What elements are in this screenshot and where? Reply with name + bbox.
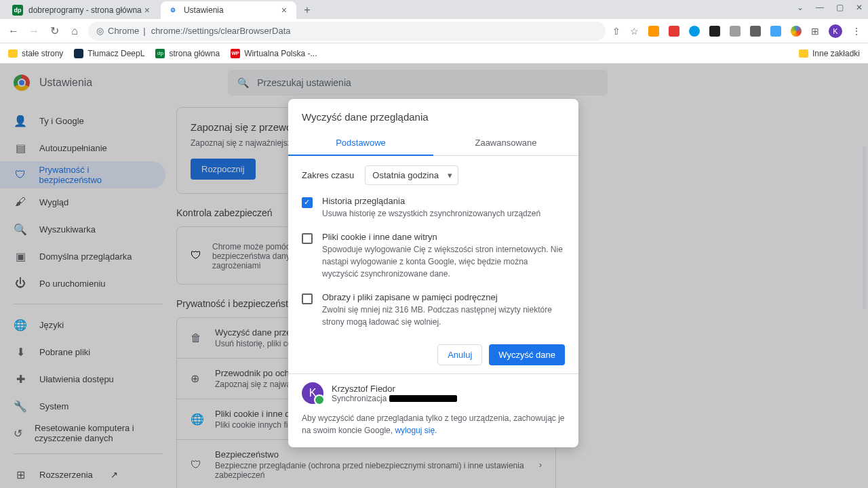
other-bookmarks[interactable]: Inne zakładki — [799, 49, 860, 58]
user-name: Krzysztof Fiedor — [332, 384, 457, 394]
extension-icon[interactable] — [669, 26, 679, 37]
bookmark-item[interactable]: WPWirtualna Polska -... — [231, 49, 317, 58]
check-desc: Spowoduje wylogowanie Cię z większości s… — [322, 243, 565, 280]
dialog-tabs: Podstawowe Zaawansowane — [288, 131, 578, 156]
bookmark-item[interactable]: stałe strony — [8, 49, 63, 58]
address-bar[interactable]: ◎ Chrome | chrome://settings/clearBrowse… — [88, 22, 606, 41]
share-icon[interactable]: ⇧ — [612, 26, 620, 37]
logout-link[interactable]: wyloguj się — [395, 426, 435, 435]
browser-tab-strip: dp dobreprogramy - strona główna × ⚙ Ust… — [0, 0, 868, 19]
bookmark-item[interactable]: Tłumacz DeepL — [74, 49, 144, 58]
checkbox[interactable] — [302, 233, 313, 244]
close-window-button[interactable]: ✕ — [856, 3, 863, 12]
tab-advanced[interactable]: Zaawansowane — [433, 131, 578, 155]
extension-icon[interactable] — [730, 26, 741, 37]
back-button[interactable]: ← — [7, 25, 20, 37]
reload-button[interactable]: ↻ — [47, 24, 61, 37]
chevron-down-icon[interactable]: ⌄ — [797, 3, 804, 12]
browser-tab-active[interactable]: ⚙ Ustawienia × — [161, 1, 296, 19]
check-label: Pliki cookie i inne dane witryn — [322, 232, 565, 242]
extension-icon[interactable] — [648, 26, 659, 37]
browser-tab[interactable]: dp dobreprogramy - strona główna × — [5, 1, 159, 19]
logout-hint: Aby wyczyścić dane przeglądania tylko z … — [288, 412, 578, 447]
checkbox[interactable] — [302, 197, 313, 208]
redacted-email — [389, 395, 457, 402]
clear-browsing-data-dialog: Wyczyść dane przeglądania Podstawowe Zaa… — [288, 99, 578, 447]
check-label: Obrazy i pliki zapisane w pamięci podręc… — [322, 292, 565, 302]
bookmarks-bar: stałe strony Tłumacz DeepL dpstrona głów… — [0, 43, 868, 64]
bookmark-item[interactable]: dpstrona główna — [155, 49, 220, 58]
user-avatar: K — [302, 382, 323, 404]
dialog-title: Wyczyść dane przeglądania — [288, 99, 578, 131]
check-desc: Zwolni się mniej niż 316 MB. Podczas nas… — [322, 304, 565, 328]
cookies-checkbox-row[interactable]: Pliki cookie i inne dane witrynSpowoduje… — [302, 232, 565, 280]
close-tab-icon[interactable]: × — [279, 5, 290, 16]
extension-icon[interactable] — [770, 26, 781, 37]
tab-title: Ustawienia — [184, 5, 224, 15]
tab-title: dobreprogramy - strona główna — [28, 5, 142, 15]
bookmark-star-icon[interactable]: ☆ — [630, 26, 639, 37]
time-range-select[interactable]: Ostatnia godzina — [365, 165, 458, 185]
menu-icon[interactable]: ⋮ — [852, 26, 861, 37]
settings-icon: ⚙ — [167, 5, 178, 16]
cancel-button[interactable]: Anuluj — [437, 344, 482, 365]
close-tab-icon[interactable]: × — [142, 5, 153, 16]
home-button[interactable]: ⌂ — [68, 25, 81, 37]
folder-icon — [799, 49, 808, 58]
forward-button[interactable]: → — [27, 25, 41, 37]
check-label: Historia przeglądania — [322, 196, 565, 206]
sync-label: Synchronizacja — [332, 394, 387, 403]
folder-icon — [8, 49, 18, 58]
browser-toolbar: ← → ↻ ⌂ ◎ Chrome | chrome://settings/cle… — [0, 19, 868, 43]
tab-basic[interactable]: Podstawowe — [288, 131, 433, 156]
extension-icon[interactable] — [791, 26, 802, 37]
extension-icon[interactable] — [750, 26, 761, 37]
history-checkbox-row[interactable]: Historia przeglądaniaUsuwa historię ze w… — [302, 196, 565, 220]
extensions-menu-icon[interactable]: ⊞ — [811, 26, 819, 37]
dp-icon: dp — [155, 49, 165, 58]
url-text: chrome://settings/clearBrowserData — [151, 26, 291, 36]
minimize-button[interactable]: — — [816, 3, 824, 12]
user-info: K Krzysztof Fiedor Synchronizacja — [288, 373, 578, 412]
profile-avatar[interactable]: K — [829, 24, 842, 38]
checkbox[interactable] — [302, 293, 313, 304]
deepl-icon — [74, 49, 83, 58]
extension-icon[interactable] — [709, 26, 720, 37]
cache-checkbox-row[interactable]: Obrazy i pliki zapisane w pamięci podręc… — [302, 292, 565, 328]
wp-icon: WP — [231, 49, 240, 58]
maximize-button[interactable]: ▢ — [836, 3, 844, 12]
scrollbar-thumb[interactable] — [863, 146, 867, 309]
time-range-label: Zakres czasu — [302, 170, 354, 180]
chrome-chip: ◎ Chrome | — [96, 26, 146, 36]
extension-icon[interactable] — [689, 26, 700, 37]
clear-data-button[interactable]: Wyczyść dane — [489, 344, 565, 365]
check-desc: Usuwa historię ze wszystkich zsynchroniz… — [322, 207, 565, 220]
new-tab-button[interactable]: + — [298, 1, 317, 19]
favicon: dp — [12, 5, 23, 16]
